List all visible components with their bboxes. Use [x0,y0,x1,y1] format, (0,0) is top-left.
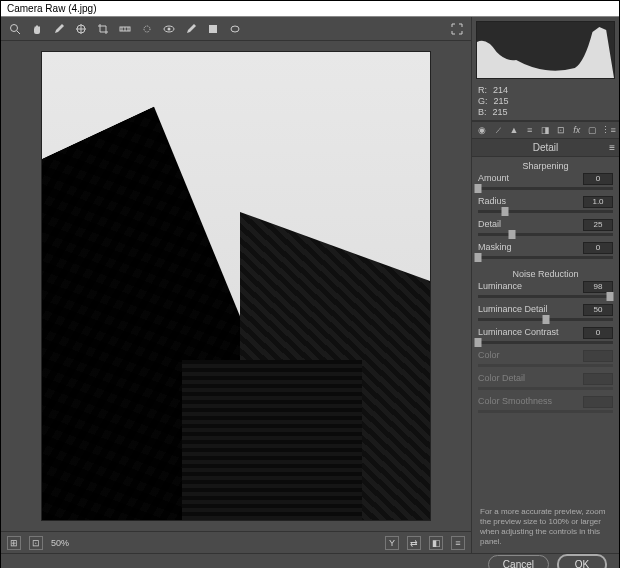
zoom-level[interactable]: 50% [51,538,69,548]
luminance-label: Luminance [478,281,522,293]
graduated-filter-icon[interactable] [205,21,221,37]
cancel-button[interactable]: Cancel [488,555,549,568]
svg-point-11 [168,27,171,30]
adjustment-brush-icon[interactable] [183,21,199,37]
lum-contrast-label: Luminance Contrast [478,327,559,339]
lum-contrast-slider: Luminance Contrast0 [478,327,613,344]
lum-detail-label: Luminance Detail [478,304,548,316]
histogram[interactable] [476,21,615,79]
left-panel: ⊞ ⊡ 50% Y ⇄ ◧ ≡ [1,17,471,553]
b-label: B: [478,107,487,118]
panel-tabs: ◉ ⟋ ▲ ≡ ◨ ⊡ fx ▢ ⋮≡ [472,121,619,139]
tab-detail-icon[interactable]: ▲ [508,124,521,137]
crop-tool-icon[interactable] [95,21,111,37]
detail-label: Detail [478,219,501,231]
detail-slider: Detail25 [478,219,613,236]
r-label: R: [478,85,487,96]
straighten-tool-icon[interactable] [117,21,133,37]
tab-camera-icon[interactable]: ▢ [586,124,599,137]
color-detail-label: Color Detail [478,373,525,385]
eyedropper-icon[interactable] [51,21,67,37]
svg-point-0 [11,24,18,31]
color-slider: Color [478,350,613,367]
compare-y-icon[interactable]: Y [385,536,399,550]
tab-lens-icon[interactable]: ⊡ [555,124,568,137]
color-smooth-track [478,410,613,413]
amount-handle[interactable] [475,184,482,193]
expand-icon[interactable] [449,21,465,37]
preview-image [41,51,431,521]
panel-menu-icon[interactable]: ≡ [609,142,615,153]
color-value [583,350,613,362]
color-detail-track [478,387,613,390]
svg-line-1 [17,31,20,34]
zoom-tool-icon[interactable] [7,21,23,37]
lum-detail-slider: Luminance Detail50 [478,304,613,321]
right-panel: R:214 G:215 B:215 ◉ ⟋ ▲ ≡ ◨ ⊡ fx ▢ ⋮≡ De… [471,17,619,553]
color-sampler-icon[interactable] [73,21,89,37]
tab-hsl-icon[interactable]: ≡ [523,124,536,137]
preview-area[interactable] [1,41,471,531]
svg-rect-12 [209,25,217,33]
color-smooth-label: Color Smoothness [478,396,552,408]
lum-contrast-handle[interactable] [475,338,482,347]
tab-fx-icon[interactable]: fx [571,124,584,137]
radius-track[interactable] [478,210,613,213]
grid-icon[interactable]: ⊡ [29,536,43,550]
color-smooth-value [583,396,613,408]
luminance-handle[interactable] [607,292,614,301]
luminance-track[interactable] [478,295,613,298]
ok-button[interactable]: OK [557,554,607,568]
masking-slider: Masking0 [478,242,613,259]
detail-track[interactable] [478,233,613,236]
masking-track[interactable] [478,256,613,259]
save-image-icon[interactable]: ⊞ [7,536,21,550]
amount-value[interactable]: 0 [583,173,613,185]
info-text: For a more accurate preview, zoom the pr… [472,501,619,553]
luminance-slider: Luminance98 [478,281,613,298]
redeye-icon[interactable] [161,21,177,37]
sharpening-sliders: Amount0 Radius1.0 Detail25 Masking0 [472,173,619,265]
detail-value[interactable]: 25 [583,219,613,231]
noise-sliders: Luminance98 Luminance Detail50 Luminance… [472,281,619,419]
noise-title: Noise Reduction [472,265,619,281]
panel-title: Detail [533,142,559,153]
lum-contrast-value[interactable]: 0 [583,327,613,339]
tab-curve-icon[interactable]: ⟋ [492,124,505,137]
masking-label: Masking [478,242,512,254]
tab-basic-icon[interactable]: ◉ [476,124,489,137]
b-value: 215 [493,107,508,118]
tab-split-icon[interactable]: ◨ [539,124,552,137]
rgb-readout: R:214 G:215 B:215 [472,83,619,121]
titlebar: Camera Raw (4.jpg) [1,1,619,17]
compare-split-icon[interactable]: ⇄ [407,536,421,550]
lum-contrast-track[interactable] [478,341,613,344]
button-bar: Cancel OK [1,553,619,568]
lum-detail-value[interactable]: 50 [583,304,613,316]
tab-presets-icon[interactable]: ⋮≡ [602,124,615,137]
masking-handle[interactable] [475,253,482,262]
masking-value[interactable]: 0 [583,242,613,254]
detail-handle[interactable] [508,230,515,239]
radial-filter-icon[interactable] [227,21,243,37]
radius-handle[interactable] [502,207,509,216]
sharpening-title: Sharpening [472,157,619,173]
compare-before-icon[interactable]: ◧ [429,536,443,550]
svg-point-13 [231,26,239,32]
color-track [478,364,613,367]
r-value: 214 [493,85,508,96]
compare-menu-icon[interactable]: ≡ [451,536,465,550]
g-label: G: [478,96,488,107]
hand-tool-icon[interactable] [29,21,45,37]
spot-removal-icon[interactable] [139,21,155,37]
bottom-bar: ⊞ ⊡ 50% Y ⇄ ◧ ≡ [1,531,471,553]
amount-track[interactable] [478,187,613,190]
radius-slider: Radius1.0 [478,196,613,213]
color-detail-slider: Color Detail [478,373,613,390]
window-title: Camera Raw (4.jpg) [7,3,96,14]
toolbar [1,17,471,41]
radius-value[interactable]: 1.0 [583,196,613,208]
color-smooth-slider: Color Smoothness [478,396,613,413]
lum-detail-handle[interactable] [542,315,549,324]
lum-detail-track[interactable] [478,318,613,321]
